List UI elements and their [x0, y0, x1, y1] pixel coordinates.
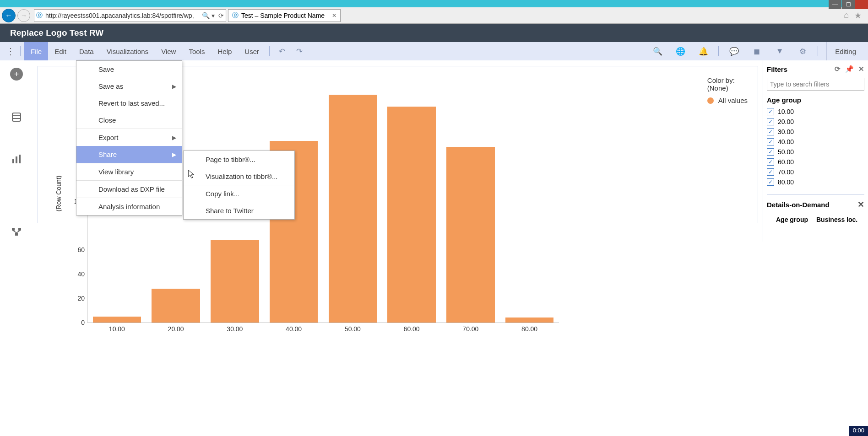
menu-item-revert[interactable]: Revert to last saved...: [76, 95, 182, 112]
kebab-menu-icon[interactable]: ⋮: [4, 46, 16, 57]
y-tick-label: 20: [73, 295, 85, 302]
svg-rect-3: [12, 159, 14, 163]
search-dropdown-icon[interactable]: 🔍 ▾: [202, 12, 215, 19]
browser-tab[interactable]: ⓔ Test – Sample Product Name ✕: [228, 9, 341, 22]
window-close-button[interactable]: [855, 0, 868, 9]
checkbox-icon[interactable]: ✓: [767, 118, 774, 125]
tab-close-icon[interactable]: ✕: [332, 12, 336, 19]
address-bar[interactable]: ⓔ http://rayeestss001.apacanalytics.lab:…: [34, 9, 226, 22]
filter-option-row[interactable]: ✓30.00: [767, 127, 864, 137]
globe-icon[interactable]: 🌐: [674, 47, 686, 56]
filters-close-icon[interactable]: ✕: [858, 65, 864, 73]
chart-bar[interactable]: [387, 107, 436, 323]
maximize-button[interactable]: ☐: [842, 0, 855, 9]
filter-option-row[interactable]: ✓50.00: [767, 147, 864, 157]
checkbox-icon[interactable]: ✓: [767, 168, 774, 176]
ie-icon: ⓔ: [36, 11, 43, 20]
filter-group-title: Age group: [767, 96, 864, 104]
back-button[interactable]: ←: [2, 9, 16, 22]
checkbox-icon[interactable]: ✓: [767, 148, 774, 156]
chart-bar[interactable]: [152, 289, 200, 323]
x-tick-label: 40.00: [276, 325, 312, 333]
menu-item-download-dxp[interactable]: Download as DXP file: [76, 181, 182, 198]
search-icon[interactable]: 🔍: [651, 47, 663, 56]
favorites-icon[interactable]: ★: [854, 11, 862, 21]
filter-search-input[interactable]: [767, 78, 864, 91]
taskbar-clock: 0:00: [849, 426, 868, 436]
menu-item-save-as[interactable]: Save as▶: [76, 78, 182, 95]
submenu-copy-link[interactable]: Copy link...: [184, 185, 294, 202]
bell-icon[interactable]: 🔔: [697, 47, 709, 56]
checkbox-icon[interactable]: ✓: [767, 138, 774, 145]
filter-option-row[interactable]: ✓60.00: [767, 157, 864, 167]
chart-bar[interactable]: [505, 318, 554, 323]
legend-all-values: All values: [718, 97, 748, 104]
editing-mode-button[interactable]: Editing: [826, 42, 864, 60]
menu-item-share[interactable]: Share▶: [76, 146, 182, 163]
menu-data[interactable]: Data: [73, 42, 100, 60]
filter-icon[interactable]: ▼: [774, 47, 786, 56]
filter-option-row[interactable]: ✓40.00: [767, 137, 864, 147]
filter-option-row[interactable]: ✓70.00: [767, 167, 864, 177]
bar-chart-icon[interactable]: [11, 154, 22, 165]
forward-button[interactable]: →: [17, 9, 30, 22]
title-bar: — ☐: [0, 0, 868, 7]
bookmark-icon[interactable]: ◼: [751, 47, 763, 56]
chart-legend: Color by: (None) All values: [707, 76, 748, 104]
data-panel-icon[interactable]: [11, 112, 22, 123]
home-icon[interactable]: ⌂: [844, 11, 849, 21]
minimize-button[interactable]: —: [829, 0, 841, 9]
submenu-page-tibbr[interactable]: Page to tibbr®...: [184, 151, 294, 168]
filter-option-row[interactable]: ✓20.00: [767, 117, 864, 127]
menu-item-view-library[interactable]: View library: [76, 163, 182, 180]
redo-icon[interactable]: ↷: [293, 47, 305, 56]
filters-pin-icon[interactable]: 📌: [845, 65, 854, 73]
add-page-icon[interactable]: +: [10, 68, 23, 81]
gear-icon[interactable]: ⚙: [797, 47, 808, 56]
page-title: Replace Logo Test RW: [10, 28, 103, 38]
comment-icon[interactable]: 💬: [728, 47, 740, 56]
menu-edit[interactable]: Edit: [48, 42, 73, 60]
menu-user[interactable]: User: [238, 42, 266, 60]
menu-tools[interactable]: Tools: [182, 42, 211, 60]
tab-title: Test – Sample Product Name: [241, 12, 325, 19]
chart-bar[interactable]: [211, 240, 259, 323]
color-by-label: Color by:: [707, 76, 748, 84]
submenu-viz-tibbr[interactable]: Visualization to tibbr®...: [184, 168, 294, 185]
checkbox-icon[interactable]: ✓: [767, 108, 774, 115]
chart-bar[interactable]: [93, 317, 141, 323]
x-tick-label: 30.00: [217, 325, 253, 333]
filter-option-label: 50.00: [778, 148, 794, 156]
svg-rect-4: [16, 156, 17, 163]
chart-bar[interactable]: [446, 147, 495, 323]
chart-bar[interactable]: [329, 95, 377, 323]
checkbox-icon[interactable]: ✓: [767, 178, 774, 186]
menu-help[interactable]: Help: [211, 42, 238, 60]
menu-item-export[interactable]: Export▶: [76, 129, 182, 146]
left-rail: +: [0, 60, 33, 242]
submenu-share-twitter[interactable]: Share to Twitter: [184, 202, 294, 219]
share-submenu-popup: Page to tibbr®... Visualization to tibbr…: [183, 151, 295, 220]
filter-option-row[interactable]: ✓80.00: [767, 177, 864, 187]
filters-reset-icon[interactable]: ⟳: [835, 65, 841, 73]
menu-file[interactable]: File: [24, 42, 48, 60]
x-tick-label: 80.00: [511, 325, 548, 333]
menu-item-save[interactable]: Save: [76, 61, 182, 78]
menu-item-close[interactable]: Close: [76, 112, 182, 129]
browser-chrome: ← → ⓔ http://rayeestss001.apacanalytics.…: [0, 7, 868, 24]
checkbox-icon[interactable]: ✓: [767, 158, 774, 166]
app-header: Replace Logo Test RW: [0, 24, 868, 42]
y-axis-label: (Row Count): [55, 176, 62, 212]
menu-visualizations[interactable]: Visualizations: [100, 42, 155, 60]
menu-view[interactable]: View: [155, 42, 182, 60]
menu-item-analysis-info[interactable]: Analysis information: [76, 198, 182, 215]
undo-icon[interactable]: ↶: [276, 47, 288, 56]
svg-line-9: [13, 231, 16, 233]
dod-title: Details-on-Demand: [767, 201, 830, 209]
connection-icon[interactable]: [11, 227, 22, 237]
checkbox-icon[interactable]: ✓: [767, 128, 774, 135]
filter-option-row[interactable]: ✓10.00: [767, 107, 864, 117]
dod-close-icon[interactable]: ✕: [857, 199, 864, 210]
svg-rect-7: [18, 228, 21, 231]
refresh-icon[interactable]: ⟳: [218, 12, 224, 19]
